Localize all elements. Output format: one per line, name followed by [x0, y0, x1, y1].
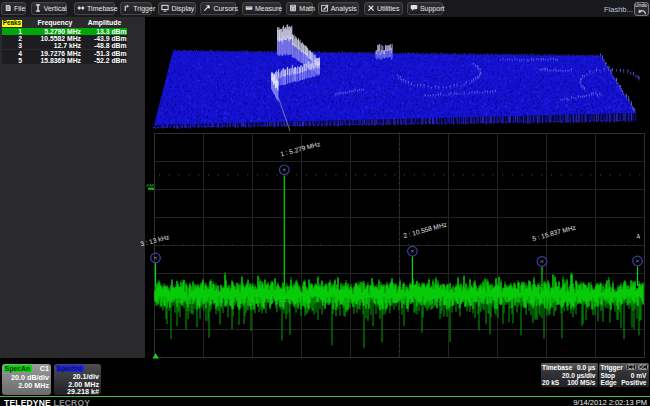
svg-text:2 : 10.558 MHz: 2 : 10.558 MHz [402, 221, 447, 239]
svg-text:1 : 5.279 MHz: 1 : 5.279 MHz [279, 140, 320, 157]
svg-text:4: 4 [635, 232, 641, 240]
svg-text:5 : 15.837 MHz: 5 : 15.837 MHz [531, 224, 576, 242]
